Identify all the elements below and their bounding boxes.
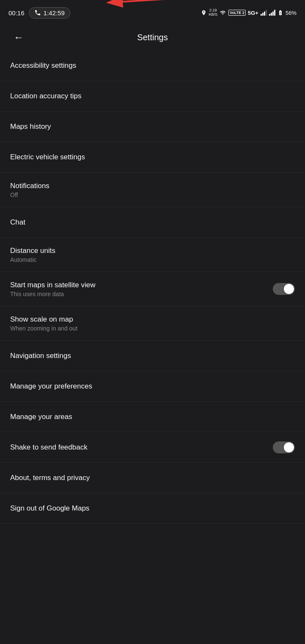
settings-item-areas[interactable]: Manage your areas bbox=[0, 402, 305, 432]
data-speed: 2.19 KB/S bbox=[209, 8, 218, 17]
status-left: 00:16 1:42:59 bbox=[8, 7, 70, 19]
settings-item-signout[interactable]: Sign out of Google Maps bbox=[0, 493, 305, 524]
settings-content-navigation: Navigation settings bbox=[10, 351, 295, 361]
toggle-knob-shake bbox=[284, 442, 294, 452]
settings-item-navigation[interactable]: Navigation settings bbox=[0, 341, 305, 371]
settings-content-satellite: Start maps in satellite view This uses m… bbox=[10, 280, 273, 297]
settings-title-shake: Shake to send feedback bbox=[10, 443, 273, 452]
page-title: Settings bbox=[27, 33, 278, 42]
settings-content-accessibility: Accessibility settings bbox=[10, 61, 295, 70]
settings-content-areas: Manage your areas bbox=[10, 412, 295, 422]
lte-badge: VoLTE 2 bbox=[228, 10, 246, 16]
settings-title-maps-history: Maps history bbox=[10, 122, 295, 131]
network-type: 5G+ bbox=[248, 10, 258, 16]
settings-item-notifications[interactable]: Notifications Off bbox=[0, 173, 305, 207]
settings-item-terms[interactable]: About, terms and privacy bbox=[0, 463, 305, 493]
settings-item-scale[interactable]: Show scale on map When zooming in and ou… bbox=[0, 306, 305, 341]
settings-item-ev[interactable]: Electric vehicle settings bbox=[0, 142, 305, 173]
battery-charging-icon bbox=[277, 10, 283, 16]
settings-title-location: Location accuracy tips bbox=[10, 92, 295, 101]
toggle-shake[interactable] bbox=[273, 441, 295, 453]
status-right: 2.19 KB/S VoLTE 2 5G+ 56% bbox=[201, 8, 297, 17]
settings-content-scale: Show scale on map When zooming in and ou… bbox=[10, 315, 295, 332]
settings-title-accessibility: Accessibility settings bbox=[10, 61, 295, 70]
location-icon bbox=[201, 10, 207, 16]
settings-title-distance: Distance units bbox=[10, 246, 295, 255]
settings-content-chat: Chat bbox=[10, 218, 295, 227]
settings-item-accessibility[interactable]: Accessibility settings bbox=[0, 51, 305, 81]
settings-content-notifications: Notifications Off bbox=[10, 181, 295, 198]
settings-content-signout: Sign out of Google Maps bbox=[10, 504, 295, 513]
settings-content-location: Location accuracy tips bbox=[10, 92, 295, 101]
app-bar: ← Settings bbox=[0, 24, 305, 51]
call-time: 1:42:59 bbox=[44, 9, 65, 17]
settings-content-maps-history: Maps history bbox=[10, 122, 295, 131]
call-badge: 1:42:59 bbox=[29, 7, 70, 19]
settings-subtitle-notifications: Off bbox=[10, 192, 295, 198]
settings-title-satellite: Start maps in satellite view bbox=[10, 280, 273, 290]
back-arrow-icon: ← bbox=[14, 31, 24, 43]
settings-subtitle-distance: Automatic bbox=[10, 256, 295, 263]
settings-item-satellite[interactable]: Start maps in satellite view This uses m… bbox=[0, 272, 305, 306]
settings-title-notifications: Notifications bbox=[10, 181, 295, 191]
toggle-satellite[interactable] bbox=[273, 283, 295, 295]
signal-icon-2 bbox=[269, 10, 275, 16]
toggle-knob-satellite bbox=[284, 284, 294, 294]
settings-title-scale: Show scale on map bbox=[10, 315, 295, 324]
battery-percent: 56% bbox=[286, 10, 297, 16]
settings-title-navigation: Navigation settings bbox=[10, 351, 295, 361]
settings-item-chat[interactable]: Chat bbox=[0, 207, 305, 238]
status-bar: 00:16 1:42:59 2.19 KB/S VoLTE 2 5G+ bbox=[0, 0, 305, 24]
settings-item-shake[interactable]: Shake to send feedback bbox=[0, 432, 305, 463]
settings-item-location[interactable]: Location accuracy tips bbox=[0, 81, 305, 112]
signal-icon bbox=[261, 10, 267, 16]
settings-title-preferences: Manage your preferences bbox=[10, 382, 295, 391]
settings-item-maps-history[interactable]: Maps history bbox=[0, 112, 305, 142]
back-button[interactable]: ← bbox=[10, 29, 27, 46]
phone-icon bbox=[34, 9, 41, 16]
settings-title-terms: About, terms and privacy bbox=[10, 473, 295, 483]
settings-title-chat: Chat bbox=[10, 218, 295, 227]
settings-content-shake: Shake to send feedback bbox=[10, 443, 273, 452]
settings-title-signout: Sign out of Google Maps bbox=[10, 504, 295, 513]
settings-subtitle-satellite: This uses more data bbox=[10, 291, 273, 297]
settings-content-ev: Electric vehicle settings bbox=[10, 153, 295, 162]
wifi-icon bbox=[219, 10, 226, 16]
settings-content-terms: About, terms and privacy bbox=[10, 473, 295, 483]
settings-item-preferences[interactable]: Manage your preferences bbox=[0, 371, 305, 402]
settings-title-areas: Manage your areas bbox=[10, 412, 295, 422]
time-display: 00:16 bbox=[8, 9, 25, 17]
settings-title-ev: Electric vehicle settings bbox=[10, 153, 295, 162]
settings-content-preferences: Manage your preferences bbox=[10, 382, 295, 391]
settings-subtitle-scale: When zooming in and out bbox=[10, 325, 295, 332]
settings-content-distance: Distance units Automatic bbox=[10, 246, 295, 263]
settings-item-distance[interactable]: Distance units Automatic bbox=[0, 238, 305, 272]
settings-list: Accessibility settings Location accuracy… bbox=[0, 51, 305, 524]
